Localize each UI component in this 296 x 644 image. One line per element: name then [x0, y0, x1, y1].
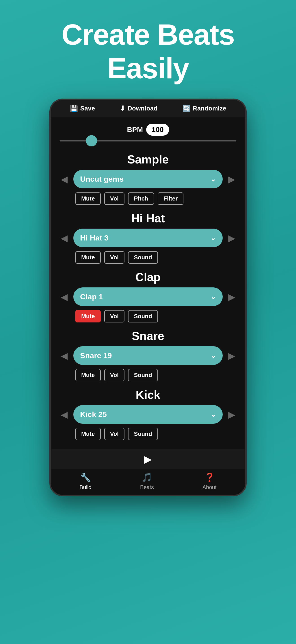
nav-item-about[interactable]: ❓ About — [202, 472, 217, 490]
download-icon: ⬇ — [120, 104, 125, 112]
snare-sound-button[interactable]: Sound — [128, 369, 158, 381]
snare-controls: Mute Vol Sound — [60, 369, 236, 381]
kick-mute-button[interactable]: Mute — [75, 428, 101, 440]
arrow-right-sample[interactable]: ▶ — [227, 174, 236, 184]
kick-dropdown[interactable]: Kick 25 ⌄ — [73, 405, 223, 424]
hihat-mute-button[interactable]: Mute — [75, 251, 101, 264]
nav-item-build[interactable]: 🔧 Build — [79, 472, 91, 490]
chevron-down-icon: ⌄ — [210, 352, 216, 360]
randomize-label: Randomize — [193, 105, 226, 112]
instrument-name-clap: Clap — [60, 270, 236, 284]
sample-dropdown[interactable]: Uncut gems ⌄ — [73, 170, 223, 188]
hihat-controls: Mute Vol Sound — [60, 251, 236, 264]
bpm-value: 100 — [146, 124, 169, 136]
instrument-selector-sample: ◀ Uncut gems ⌄ ▶ — [60, 170, 236, 188]
hihat-vol-button[interactable]: Vol — [104, 251, 125, 264]
chevron-down-icon: ⌄ — [210, 175, 216, 183]
randomize-button[interactable]: 🔄 Randomize — [182, 104, 226, 112]
kick-vol-button[interactable]: Vol — [104, 428, 125, 440]
clap-selected: Clap 1 — [80, 292, 103, 301]
snare-dropdown[interactable]: Snare 19 ⌄ — [73, 346, 223, 365]
clap-vol-button[interactable]: Vol — [104, 310, 125, 322]
save-button[interactable]: 💾 Save — [70, 104, 95, 112]
sample-mute-button[interactable]: Mute — [75, 192, 101, 205]
instrument-kick: Kick ◀ Kick 25 ⌄ ▶ Mute Vol Sound — [60, 386, 236, 442]
sample-pitch-button[interactable]: Pitch — [128, 192, 154, 205]
chevron-down-icon: ⌄ — [210, 234, 216, 242]
nav-item-beats[interactable]: 🎵 Beats — [140, 472, 154, 490]
hihat-sound-button[interactable]: Sound — [128, 251, 158, 264]
play-button[interactable]: ▶ — [144, 453, 152, 465]
instrument-name-kick: Kick — [60, 388, 236, 402]
clap-mute-button[interactable]: Mute — [75, 310, 101, 322]
arrow-left-kick[interactable]: ◀ — [60, 409, 69, 420]
kick-sound-button[interactable]: Sound — [128, 428, 158, 440]
top-toolbar: 💾 Save ⬇ Download 🔄 Randomize — [51, 100, 245, 117]
kick-controls: Mute Vol Sound — [60, 428, 236, 440]
save-icon: 💾 — [70, 104, 78, 112]
bpm-slider-thumb[interactable] — [86, 135, 97, 146]
hihat-dropdown[interactable]: Hi Hat 3 ⌄ — [73, 228, 223, 247]
arrow-left-snare[interactable]: ◀ — [60, 350, 69, 361]
arrow-right-snare[interactable]: ▶ — [227, 350, 236, 361]
instrument-selector-hihat: ◀ Hi Hat 3 ⌄ ▶ — [60, 228, 236, 247]
sample-selected: Uncut gems — [80, 175, 124, 184]
hero-title-line1: Create Beats — [62, 18, 235, 51]
instrument-sample: Sample ◀ Uncut gems ⌄ ▶ Mute Vol Pitch F… — [60, 150, 236, 207]
randomize-icon: 🔄 — [182, 104, 191, 112]
instrument-hihat: Hi Hat ◀ Hi Hat 3 ⌄ ▶ Mute Vol Sound — [60, 209, 236, 266]
clap-controls: Mute Vol Sound — [60, 310, 236, 322]
wrench-icon: 🔧 — [80, 472, 91, 482]
hero-title: Create Beats Easily — [62, 18, 235, 85]
nav-label-about: About — [202, 484, 217, 490]
bpm-slider[interactable] — [60, 140, 236, 142]
arrow-right-kick[interactable]: ▶ — [227, 409, 236, 420]
instrument-selector-kick: ◀ Kick 25 ⌄ ▶ — [60, 405, 236, 424]
save-label: Save — [80, 105, 95, 112]
hihat-selected: Hi Hat 3 — [80, 234, 109, 242]
arrow-right-hihat[interactable]: ▶ — [227, 233, 236, 243]
instrument-name-snare: Snare — [60, 329, 236, 343]
main-content: Sample ◀ Uncut gems ⌄ ▶ Mute Vol Pitch F… — [51, 150, 245, 449]
nav-label-build: Build — [79, 484, 91, 490]
bpm-row: BPM 100 — [127, 124, 169, 136]
instrument-name-hihat: Hi Hat — [60, 212, 236, 225]
bottom-nav: 🔧 Build 🎵 Beats ❓ About — [51, 469, 245, 495]
hero-title-line2: Easily — [107, 52, 189, 85]
instrument-selector-snare: ◀ Snare 19 ⌄ ▶ — [60, 346, 236, 365]
clap-sound-button[interactable]: Sound — [128, 310, 158, 322]
snare-mute-button[interactable]: Mute — [75, 369, 101, 381]
sample-controls: Mute Vol Pitch Filter — [60, 192, 236, 205]
bpm-section: BPM 100 — [51, 117, 245, 150]
instrument-name-sample: Sample — [60, 153, 236, 166]
phone-device: 💾 Save ⬇ Download 🔄 Randomize BPM 100 Sa… — [49, 98, 247, 496]
sample-vol-button[interactable]: Vol — [104, 192, 125, 205]
sample-filter-button[interactable]: Filter — [158, 192, 184, 205]
chevron-down-icon: ⌄ — [210, 410, 216, 418]
arrow-left-clap[interactable]: ◀ — [60, 292, 69, 302]
snare-vol-button[interactable]: Vol — [104, 369, 125, 381]
instrument-clap: Clap ◀ Clap 1 ⌄ ▶ Mute Vol Sound — [60, 268, 236, 325]
clap-dropdown[interactable]: Clap 1 ⌄ — [73, 288, 223, 306]
instrument-selector-clap: ◀ Clap 1 ⌄ ▶ — [60, 288, 236, 306]
arrow-left-hihat[interactable]: ◀ — [60, 233, 69, 243]
question-icon: ❓ — [204, 472, 215, 482]
download-label: Download — [128, 105, 158, 112]
bpm-label: BPM — [127, 126, 143, 134]
arrow-right-clap[interactable]: ▶ — [227, 292, 236, 302]
nav-label-beats: Beats — [140, 484, 154, 490]
play-area: ▶ — [51, 449, 245, 469]
instrument-snare: Snare ◀ Snare 19 ⌄ ▶ Mute Vol Sound — [60, 327, 236, 384]
music-icon: 🎵 — [142, 472, 152, 482]
chevron-down-icon: ⌄ — [210, 293, 216, 301]
snare-selected: Snare 19 — [80, 351, 112, 360]
arrow-left-sample[interactable]: ◀ — [60, 174, 69, 184]
kick-selected: Kick 25 — [80, 410, 107, 419]
download-button[interactable]: ⬇ Download — [120, 104, 158, 112]
